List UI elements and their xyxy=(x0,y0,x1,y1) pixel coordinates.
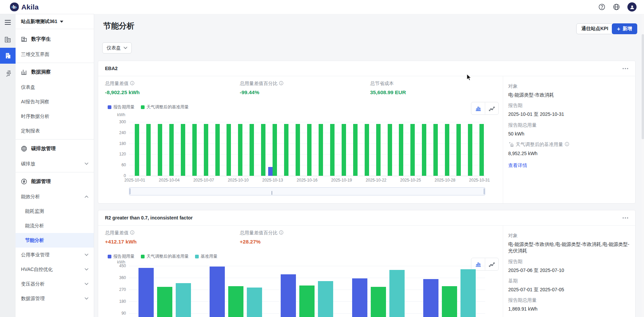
bar[interactable] xyxy=(389,270,405,317)
sidebar-item[interactable]: 节能分析 xyxy=(16,233,94,248)
bar[interactable] xyxy=(299,286,315,317)
bar[interactable] xyxy=(228,286,243,317)
bar[interactable] xyxy=(365,124,369,176)
scrollbar-thumb[interactable] xyxy=(642,34,644,139)
buildings-outline-icon[interactable] xyxy=(0,35,16,44)
bar[interactable] xyxy=(410,124,415,176)
bar[interactable] xyxy=(330,124,335,176)
sidebar-item[interactable]: 三维交互界面 xyxy=(16,47,94,62)
bar[interactable] xyxy=(273,124,277,176)
bar[interactable] xyxy=(388,124,392,176)
bar[interactable] xyxy=(281,274,296,317)
bar[interactable] xyxy=(146,124,151,176)
bar-chart-toggle-icon[interactable] xyxy=(471,102,485,114)
legend-item[interactable]: 报告期用量 xyxy=(108,254,135,259)
info-icon[interactable] xyxy=(279,230,283,236)
bar[interactable] xyxy=(399,124,403,176)
bar[interactable] xyxy=(192,124,197,176)
bar[interactable] xyxy=(296,124,300,176)
bar[interactable] xyxy=(169,124,174,176)
info-icon[interactable] xyxy=(279,81,283,86)
bar[interactable] xyxy=(227,124,231,176)
sidebar-item[interactable]: 碳排放 xyxy=(16,156,94,171)
bar[interactable] xyxy=(210,267,225,317)
datazoom-left-handle[interactable] xyxy=(129,188,131,194)
datazoom-right-handle[interactable] xyxy=(484,188,485,194)
bar[interactable] xyxy=(352,278,367,317)
legend-item[interactable]: 基准用量 xyxy=(195,254,218,259)
sidebar-menu: 数字孪生三维交互界面数据洞察仪表盘AI报告与洞察时序数据分析定制报表碳排放管理碳… xyxy=(16,29,94,306)
sidebar-item[interactable]: AI报告与洞察 xyxy=(16,94,94,109)
view-type-dropdown[interactable]: 仪表盘 xyxy=(102,42,132,54)
bar[interactable] xyxy=(460,269,476,317)
site-selector[interactable]: 站点新增测试361 xyxy=(16,14,94,29)
sidebar-item[interactable]: 能耗监测 xyxy=(16,204,94,218)
bar[interactable] xyxy=(371,287,386,317)
add-button[interactable]: + 新增 xyxy=(612,23,637,34)
more-options-icon[interactable] xyxy=(622,217,628,219)
sidebar-item[interactable]: 能效分析 xyxy=(16,189,94,204)
bar[interactable] xyxy=(468,124,472,176)
sidebar-group-header[interactable]: 碳排放管理 xyxy=(16,141,94,156)
user-avatar[interactable] xyxy=(627,2,637,12)
sidebar-item[interactable]: 定制报表 xyxy=(16,124,94,138)
settings-gear-icon[interactable] xyxy=(0,68,16,77)
bar[interactable] xyxy=(318,281,333,317)
bar[interactable] xyxy=(445,124,449,176)
stat-label: 总用量差值百分比 xyxy=(240,81,283,87)
bar[interactable] xyxy=(456,124,461,176)
bar[interactable] xyxy=(319,124,323,176)
line-chart-toggle-icon[interactable] xyxy=(485,102,498,114)
view-details-link[interactable]: 查看详情 xyxy=(508,163,527,169)
bar[interactable] xyxy=(250,124,254,176)
bar[interactable] xyxy=(268,167,273,176)
hamburger-menu-icon[interactable] xyxy=(0,19,16,26)
bar[interactable] xyxy=(422,124,426,176)
bar[interactable] xyxy=(261,124,265,176)
bar[interactable] xyxy=(204,124,208,176)
sidebar-group-header[interactable]: 能源管理 xyxy=(16,173,94,189)
sidebar-item[interactable]: 时序数据分析 xyxy=(16,109,94,124)
site-kpi-button[interactable]: 通往站点KPI xyxy=(576,23,613,34)
bar[interactable] xyxy=(284,124,288,176)
bar[interactable] xyxy=(307,124,312,176)
bar[interactable] xyxy=(353,124,358,176)
building-filled-icon[interactable] xyxy=(0,48,16,64)
globe-language-icon[interactable] xyxy=(613,3,620,10)
bar[interactable] xyxy=(423,279,438,317)
bar[interactable] xyxy=(181,124,185,176)
legend-item[interactable]: 报告期用量 xyxy=(108,104,135,110)
bar[interactable] xyxy=(247,288,262,317)
bar[interactable] xyxy=(442,286,457,317)
bar[interactable] xyxy=(238,124,242,176)
info-icon[interactable] xyxy=(565,142,569,147)
sidebar-item[interactable]: HVAC自控优化 xyxy=(16,262,94,277)
sidebar-group-header[interactable]: 数字孪生 xyxy=(16,31,94,47)
bar[interactable] xyxy=(215,124,220,176)
bar[interactable] xyxy=(433,124,438,176)
help-icon[interactable] xyxy=(598,3,605,10)
page-scrollbar[interactable] xyxy=(642,14,644,317)
bar[interactable] xyxy=(479,124,484,176)
info-icon[interactable] xyxy=(130,230,134,236)
bar[interactable] xyxy=(158,124,162,176)
bar[interactable] xyxy=(376,124,381,176)
sidebar-item[interactable]: 数据源管理 xyxy=(16,291,94,306)
chart-datazoom-slider[interactable] xyxy=(129,187,485,195)
sidebar-item[interactable]: 能流分析 xyxy=(16,218,94,233)
bar[interactable] xyxy=(176,283,191,317)
line-chart-toggle-icon[interactable] xyxy=(485,258,498,270)
sidebar-item[interactable]: 公用事业管理 xyxy=(16,248,94,262)
bar[interactable] xyxy=(157,287,172,317)
bar[interactable] xyxy=(135,124,139,176)
bar[interactable] xyxy=(138,268,154,317)
sidebar-item[interactable]: 变压器分析 xyxy=(16,277,94,291)
sidebar-item[interactable]: 仪表盘 xyxy=(16,80,94,94)
brand-logo[interactable]: Akila xyxy=(10,2,39,12)
info-icon[interactable] xyxy=(130,81,134,86)
legend-item[interactable]: 天气调整后的基准用量 xyxy=(141,254,189,259)
more-options-icon[interactable] xyxy=(622,68,628,69)
bar[interactable] xyxy=(342,124,346,176)
sidebar-group-header[interactable]: 数据洞察 xyxy=(16,64,94,80)
legend-item[interactable]: 天气调整后的基准用量 xyxy=(141,104,189,110)
